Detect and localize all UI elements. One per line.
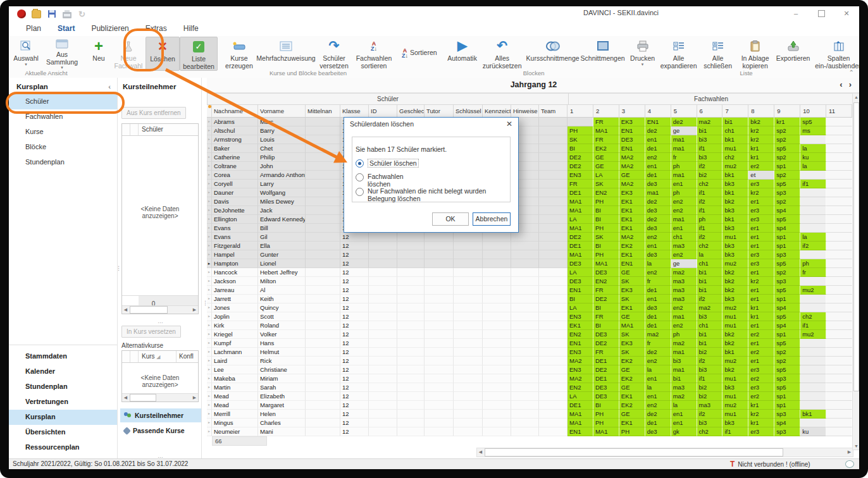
cell[interactable] bbox=[511, 383, 539, 392]
cell[interactable] bbox=[511, 330, 539, 339]
fachwahl-cell[interactable]: PH bbox=[619, 427, 645, 436]
row-marker[interactable]: ▸ bbox=[207, 427, 212, 436]
fachwahl-cell[interactable]: EN1 bbox=[619, 144, 645, 153]
fachwahl-cell[interactable]: ge bbox=[671, 126, 697, 135]
col-schluessel[interactable]: Schlüssel bbox=[454, 105, 483, 118]
fachwahl-cell[interactable]: sp2 bbox=[774, 197, 800, 206]
fachwahl-cell[interactable]: mu2 bbox=[800, 330, 826, 339]
cell[interactable] bbox=[483, 339, 511, 348]
cell[interactable] bbox=[397, 357, 425, 365]
cell[interactable] bbox=[539, 295, 567, 303]
cell[interactable] bbox=[454, 233, 483, 242]
save-icon[interactable] bbox=[47, 9, 56, 19]
cell[interactable] bbox=[539, 268, 567, 277]
fachwahl-cell[interactable]: la bbox=[645, 383, 671, 392]
feedback-bubble-icon[interactable] bbox=[845, 460, 854, 468]
fachwahl-cell[interactable]: mu2 bbox=[722, 259, 748, 268]
fachwahl-cell[interactable]: LA bbox=[567, 215, 593, 224]
exportieren-button[interactable]: Exportieren bbox=[774, 37, 812, 70]
fachwahl-cell[interactable] bbox=[826, 268, 852, 277]
cell[interactable] bbox=[483, 330, 511, 339]
fachwahl-cell[interactable]: bk2 bbox=[722, 286, 748, 295]
fachwahl-cell[interactable]: sp5 bbox=[774, 180, 800, 188]
fachwahl-cell[interactable]: kr1 bbox=[748, 303, 774, 312]
cell[interactable]: Armstrong bbox=[212, 135, 258, 144]
cell[interactable]: Hampton bbox=[212, 259, 258, 268]
fachwahl-cell[interactable]: kr2 bbox=[748, 126, 774, 135]
fachwahl-cell[interactable]: sp2 bbox=[774, 357, 800, 365]
cell[interactable]: 12 bbox=[340, 365, 369, 374]
fachwahl-cell[interactable]: MA1 bbox=[567, 419, 593, 427]
cell[interactable] bbox=[483, 268, 511, 277]
fachwahl-cell[interactable]: bk1 bbox=[722, 215, 748, 224]
fachwahl-cell[interactable]: sp4 bbox=[774, 224, 800, 233]
cell[interactable]: 12 bbox=[340, 419, 369, 427]
fachwahl-cell[interactable]: if1 bbox=[697, 374, 723, 383]
fachwahl-cell[interactable]: MA2 bbox=[619, 233, 645, 242]
fachwahl-cell[interactable]: ph bbox=[800, 259, 826, 268]
fachwahl-cell[interactable]: GE bbox=[619, 171, 645, 180]
cell[interactable] bbox=[397, 401, 425, 410]
fachwahl-cell[interactable]: ch2 bbox=[697, 180, 723, 188]
table-row[interactable]: ▸AbramsMarc12FREK3EN1de2ma2bi1bk2kr1sp5 bbox=[207, 118, 852, 126]
cell[interactable] bbox=[306, 401, 340, 410]
fachwahl-cell[interactable] bbox=[800, 206, 826, 215]
cell[interactable]: Gunter bbox=[258, 250, 306, 259]
table-row[interactable]: ▸JarrettKeith12BIDE2SKen1ma3if2bk3er1sp1 bbox=[207, 295, 852, 303]
fachwahl-cell[interactable]: sp1 bbox=[774, 392, 800, 401]
cell[interactable] bbox=[483, 259, 511, 268]
cell[interactable] bbox=[425, 410, 454, 419]
fachwahl-cell[interactable]: EN1 bbox=[567, 286, 593, 295]
cell[interactable]: Lionel bbox=[258, 259, 306, 268]
fachwahl-cell[interactable]: DE2 bbox=[567, 162, 593, 171]
cell[interactable] bbox=[539, 312, 567, 321]
cell[interactable] bbox=[511, 259, 539, 268]
fachwahl-cell[interactable]: en1 bbox=[671, 224, 697, 233]
fachwahl-cell[interactable]: EN3 bbox=[567, 365, 593, 374]
fachwahl-cell[interactable]: sp3 bbox=[774, 427, 800, 436]
cell[interactable] bbox=[511, 242, 539, 250]
fachwahl-cell[interactable]: if2 bbox=[697, 410, 723, 419]
sidebar-item-fachwahlen[interactable]: Fachwahlen bbox=[9, 109, 117, 125]
row-marker[interactable]: ▸ bbox=[207, 277, 212, 286]
cell[interactable] bbox=[369, 348, 397, 357]
cell[interactable] bbox=[425, 357, 454, 365]
table-row[interactable]: ▸LairdRick12MA2DE1EK2en2bi3if2mu2er1sp2 bbox=[207, 357, 852, 365]
fachwahl-cell[interactable] bbox=[826, 233, 852, 242]
cell[interactable] bbox=[539, 242, 567, 250]
cell[interactable] bbox=[483, 295, 511, 303]
cell[interactable]: Jarrett bbox=[212, 295, 258, 303]
fachwahlen-sortieren-button[interactable]: AZ↓ Fachwahlen sortieren bbox=[353, 37, 395, 70]
fachwahl-cell[interactable]: bi1 bbox=[671, 374, 697, 383]
cell[interactable]: Mani bbox=[258, 427, 306, 436]
fachwahl-cell[interactable]: bk3 bbox=[722, 295, 748, 303]
cell[interactable]: 12 bbox=[340, 312, 369, 321]
fachwahl-cell[interactable]: sp2 bbox=[774, 268, 800, 277]
fachwahl-cell[interactable]: sp5 bbox=[774, 312, 800, 321]
fachwahl-cell[interactable]: if1 bbox=[722, 427, 748, 436]
fachwahl-cell[interactable]: er3 bbox=[748, 206, 774, 215]
cell[interactable]: Louis bbox=[258, 135, 306, 144]
cell[interactable] bbox=[369, 410, 397, 419]
cell[interactable] bbox=[511, 286, 539, 295]
cell[interactable]: 12 bbox=[340, 259, 369, 268]
row-marker[interactable]: ▸ bbox=[207, 126, 212, 135]
cell[interactable] bbox=[397, 365, 425, 374]
fachwahl-cell[interactable]: if2 bbox=[697, 357, 723, 365]
fachwahl-cell[interactable]: mu1 bbox=[722, 321, 748, 330]
fachwahl-cell[interactable]: en1 bbox=[671, 419, 697, 427]
fachwahl-cell[interactable]: bk2 bbox=[722, 268, 748, 277]
fachwahl-cell[interactable]: ma1 bbox=[671, 171, 697, 180]
fachwahl-cell[interactable]: bk1 bbox=[722, 171, 748, 180]
fachwahl-cell[interactable]: FR bbox=[593, 312, 619, 321]
cell[interactable] bbox=[306, 268, 340, 277]
cell[interactable] bbox=[511, 410, 539, 419]
cell[interactable]: 12 bbox=[340, 427, 369, 436]
cell[interactable] bbox=[397, 392, 425, 401]
fachwahl-cell[interactable]: ph bbox=[671, 330, 697, 339]
fachwahl-cell[interactable] bbox=[826, 162, 852, 171]
fachwahl-cell[interactable]: bk2 bbox=[722, 339, 748, 348]
fachwahl-cell[interactable]: EN2 bbox=[567, 383, 593, 392]
cell[interactable]: Larry bbox=[258, 180, 306, 188]
cell[interactable] bbox=[306, 392, 340, 401]
